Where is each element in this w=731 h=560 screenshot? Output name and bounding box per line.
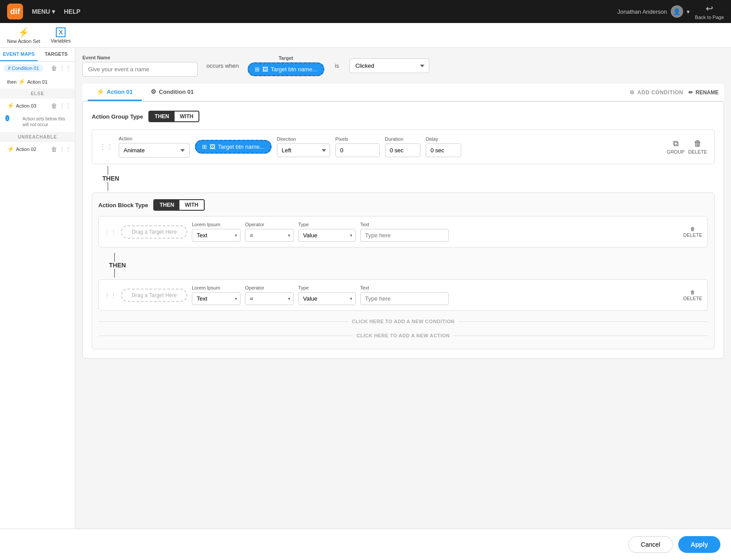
drag-condition-icon[interactable]: ⋮⋮ [59,65,71,72]
delete-action03-icon[interactable]: 🗑 [51,102,57,109]
lorem-ipsum-2: Lorem Ipsum Text Number Boolean ▾ [192,285,241,305]
delete-action02-icon[interactable]: 🗑 [51,146,57,153]
then-toggle-btn[interactable]: THEN [149,112,175,121]
text-input-group-2: Text [360,285,449,305]
with-toggle-btn[interactable]: WITH [175,112,199,121]
duration-input[interactable] [385,143,420,157]
event-name-input[interactable] [82,62,198,77]
apply-button[interactable]: Apply [678,536,720,553]
duration-field-group: Duration [385,136,420,157]
action-block-type-row: Action Block Type THEN WITH [98,199,708,211]
sidebar-item-note: i Action sets below this will not occur [0,112,75,132]
new-action-set-button[interactable]: ⚡ New Action Set [7,27,40,44]
lightning-icon-action01: ⚡ [18,78,25,85]
sidebar-item-condition[interactable]: if Condition 01 🗑 ⋮⋮ [0,62,75,75]
is-text: is [335,62,339,69]
condition-tab-icon: ⚙ [151,88,156,95]
operator-2: Operator = != > < ▾ [245,285,294,305]
rename-icon: ✏ [688,89,693,96]
lorem-ipsum-1: Lorem Ipsum Text Number Boolean ▾ [192,222,241,242]
sidebar-item-then-action[interactable]: then ⚡ Action 01 [0,75,75,89]
type-1: Type Value Variable Element ▾ [298,222,356,242]
direction-select[interactable]: Left Right Up Down [277,143,330,157]
operator-select-2[interactable]: = != > < [245,292,294,305]
content-area: Event Name occurs when Target ⊞ 🖼 Target… [75,48,731,560]
drag-action-icon[interactable]: ⋮⋮ [99,143,113,151]
condition-select[interactable]: Clicked Hovered Focus Blur [350,58,429,73]
block-then-btn[interactable]: THEN [154,200,179,210]
tab-condition01[interactable]: ⚙ Condition 01 [142,84,203,101]
target-pill-header[interactable]: ⊞ 🖼 Target btn name... [248,62,324,76]
group-button[interactable]: ⧉ GROUP [667,139,684,154]
unreachable-label: UNREACHABLE [0,132,75,142]
pixels-input[interactable] [335,143,380,157]
delay-input[interactable] [426,143,461,157]
menu-button[interactable]: MENU ▾ [32,8,55,15]
action-delete-icon: 🗑 [694,139,702,148]
condition-row-2: ⋮⋮ Drag a Target Here Lorem Ipsum Text N… [98,279,708,311]
delete-condition-icon[interactable]: 🗑 [51,65,57,72]
rename-button[interactable]: ✏ RENAME [688,89,719,96]
if-condition-label: if Condition 01 [4,64,43,72]
logo[interactable]: dif [7,4,23,19]
event-header: Event Name occurs when Target ⊞ 🖼 Target… [82,55,724,77]
type-select-1[interactable]: Value Variable Element [298,229,356,242]
drag-condition-row1-icon[interactable]: ⋮⋮ [104,228,117,236]
delete-row1-icon: 🗑 [690,226,695,232]
actions-toolbar: ⚙ ADD CONDITION ✏ RENAME [630,86,719,99]
tab-targets[interactable]: TARGETS [38,48,75,61]
delay-field-group: Delay [426,136,461,157]
sidebar: EVENT MAPS TARGETS if Condition 01 🗑 ⋮⋮ … [0,48,75,560]
pixels-field-group: Pixels [335,136,380,157]
drag-condition-row2-icon[interactable]: ⋮⋮ [104,292,117,299]
main-layout: EVENT MAPS TARGETS if Condition 01 🗑 ⋮⋮ … [0,48,731,560]
text-input-group-1: Text [360,222,449,242]
help-button[interactable]: HELP [64,8,80,15]
drag-action02-icon[interactable]: ⋮⋮ [59,146,71,153]
top-nav: dif MENU ▾ HELP Jonathan Anderson 👤 ▾ ↩ … [0,0,731,23]
block-with-btn[interactable]: WITH [179,200,204,210]
variables-button[interactable]: X Variables [51,27,71,43]
action-target-pill[interactable]: ⊞ 🖼 Target btn name... [195,140,272,154]
action-group-toggle: THEN WITH [148,111,199,122]
add-condition-bar[interactable]: CLICK HERE TO ADD A NEW CONDITION [98,314,708,328]
occurs-when-text: occurs when [206,62,239,69]
add-condition-icon: ⚙ [630,89,635,96]
add-condition-button[interactable]: ⚙ ADD CONDITION [630,89,683,96]
user-avatar[interactable]: 👤 [671,5,683,18]
action-tab-icon: ⚡ [97,88,104,95]
toolbar: ⚡ New Action Set X Variables [0,23,731,48]
action-group-type: Action Group Type THEN WITH [92,111,715,122]
then-connector-2: THEN [98,251,708,279]
add-action-bar[interactable]: CLICK HERE TO ADD A NEW ACTION [98,328,708,343]
then-connector: THEN [92,164,715,193]
else-label: ELSE [0,89,75,99]
action-row: ⋮⋮ Action Animate Show Hide Toggle ⊞ 🖼 T… [92,129,715,164]
sidebar-item-action02[interactable]: ⚡ Action 02 🗑 ⋮⋮ [0,142,75,156]
operator-select-1[interactable]: = != > < [245,229,294,242]
back-to-page-button[interactable]: ↩ Back to Page [695,3,724,20]
sidebar-item-action03[interactable]: ⚡ Action 03 🗑 ⋮⋮ [0,99,75,112]
delete-condition-row1-button[interactable]: 🗑 DELETE [683,226,702,238]
lorem-select-2[interactable]: Text Number Boolean [192,292,241,305]
lightning-icon-action03: ⚡ [7,102,14,109]
delete-condition-row2-button[interactable]: 🗑 DELETE [683,290,702,301]
text-input-2[interactable] [360,292,449,305]
footer: Cancel Apply [0,529,731,560]
drag-action03-icon[interactable]: ⋮⋮ [59,102,71,109]
action-block-toggle: THEN WITH [153,199,204,211]
direction-field-group: Direction Left Right Up Down [277,136,330,157]
cancel-button[interactable]: Cancel [628,536,673,553]
action-delete-button[interactable]: 🗑 DELETE [688,139,707,154]
info-icon: i [5,115,9,121]
target-placeholder-1[interactable]: Drag a Target Here [121,225,187,239]
text-input-1[interactable] [360,229,449,242]
type-select-2[interactable]: Value Variable Element [298,292,356,305]
group-icon: ⧉ [673,139,679,148]
tab-action01[interactable]: ⚡ Action 01 [88,84,142,101]
tab-event-maps[interactable]: EVENT MAPS [0,48,38,61]
lorem-select-1[interactable]: Text Number Boolean [192,229,241,242]
target-placeholder-2[interactable]: Drag a Target Here [121,289,187,302]
sidebar-tabs: EVENT MAPS TARGETS [0,48,75,62]
action-type-select[interactable]: Animate Show Hide Toggle [119,143,190,158]
